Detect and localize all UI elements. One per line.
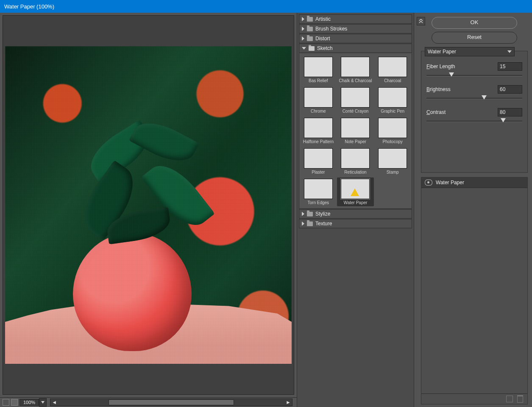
preview-footer: 100% ◄ ► (0, 397, 297, 407)
visibility-eye-icon[interactable] (425, 180, 432, 186)
collapse-gallery-button[interactable] (417, 17, 425, 25)
thumb-label: Bas Relief (309, 78, 328, 83)
delete-effect-layer-button[interactable] (517, 395, 523, 403)
thumb-image (378, 148, 407, 169)
thumb-image (304, 148, 333, 169)
category-brush-strokes[interactable]: Brush Strokes (299, 24, 412, 33)
thumb-label: Charcoal (384, 78, 401, 83)
thumb-image (304, 118, 333, 138)
chevron-right-icon (302, 36, 304, 41)
category-label: Stylize (315, 211, 330, 217)
category-label: Sketch (317, 45, 333, 51)
filter-thumb-note-paper[interactable]: Note Paper (338, 118, 373, 144)
filter-thumb-water-paper[interactable]: Water Paper (337, 177, 374, 206)
zoom-level[interactable]: 100% (19, 399, 39, 406)
filter-thumb-plaster[interactable]: Plaster (301, 148, 336, 174)
filter-thumb-chrome[interactable]: Chrome (301, 87, 336, 114)
zoom-dropdown[interactable] (39, 398, 47, 407)
chevron-right-icon (302, 212, 304, 216)
filter-gallery-window: Water Paper (100%) (0, 0, 532, 407)
controls-pane: OK Reset Water Paper Fiber Length (414, 13, 532, 407)
filter-thumb-torn-edges[interactable]: Torn Edges (301, 179, 336, 205)
chevron-right-icon (302, 17, 304, 21)
category-sketch[interactable]: Sketch (299, 44, 412, 53)
thumb-label: Plaster (312, 170, 325, 174)
contrast-input[interactable] (498, 108, 522, 116)
param-contrast: Contrast (426, 108, 522, 124)
category-stylize[interactable]: Stylize (299, 209, 412, 219)
effect-layers-box: Water Paper (421, 177, 528, 404)
folder-icon (307, 17, 313, 22)
thumb-label: Graphic Pen (381, 109, 404, 114)
category-label: Distort (315, 36, 330, 42)
new-effect-layer-button[interactable] (506, 396, 513, 402)
filter-thumb-reticulation[interactable]: Reticulation (338, 148, 373, 174)
contrast-slider[interactable] (426, 118, 522, 124)
thumb-image (304, 179, 333, 199)
category-label: Artistic (315, 16, 331, 22)
filter-thumb-photocopy[interactable]: Photocopy (375, 118, 410, 144)
filter-thumb-stamp[interactable]: Stamp (375, 148, 410, 174)
filter-thumb-chalk-charcoal[interactable]: Chalk & Charcoal (338, 57, 373, 83)
svg-marker-0 (41, 401, 45, 404)
param-fiber-length: Fiber Length (426, 62, 522, 78)
thumb-label: Halftone Pattern (303, 139, 334, 144)
filter-thumb-conte-crayon[interactable]: Conté Crayon (338, 87, 373, 114)
filter-thumb-charcoal[interactable]: Charcoal (375, 57, 410, 83)
svg-marker-1 (507, 50, 512, 53)
titlebar[interactable]: Water Paper (100%) (0, 0, 532, 13)
fiber-length-input[interactable] (498, 62, 522, 71)
thumb-label: Chrome (311, 109, 326, 114)
brightness-slider[interactable] (426, 95, 522, 101)
thumb-image (378, 57, 407, 77)
category-artistic[interactable]: Artistic (299, 14, 412, 24)
ok-button[interactable]: OK (432, 17, 517, 29)
folder-icon (307, 36, 313, 41)
param-brightness: Brightness (426, 85, 522, 101)
filter-thumb-halftone[interactable]: Halftone Pattern (301, 118, 336, 144)
category-label: Brush Strokes (315, 26, 347, 32)
scroll-left-icon[interactable]: ◄ (50, 399, 58, 405)
filter-settings-box: Water Paper Fiber Length Brightne (421, 51, 528, 173)
thumb-image (341, 57, 370, 77)
param-label: Brightness (426, 86, 451, 92)
thumb-image (341, 87, 370, 108)
horizontal-scrollbar[interactable]: ◄ ► (50, 399, 292, 406)
thumb-label: Photocopy (383, 139, 403, 144)
effect-layers-footer (421, 393, 527, 404)
reset-button[interactable]: Reset (432, 32, 517, 44)
folder-icon (307, 27, 313, 31)
thumb-label: Conté Crayon (343, 109, 369, 114)
thumb-image (341, 179, 370, 199)
zoom-in-button[interactable] (11, 399, 18, 406)
thumb-label: Reticulation (344, 170, 366, 174)
thumb-image (304, 87, 333, 108)
folder-icon (307, 212, 313, 216)
thumb-label: Stamp (387, 170, 399, 174)
top-buttons: OK Reset (421, 17, 528, 47)
effect-layer-row[interactable]: Water Paper (421, 177, 527, 188)
thumb-image (341, 148, 370, 169)
brightness-input[interactable] (498, 85, 522, 94)
scroll-right-icon[interactable]: ► (284, 399, 292, 405)
preview-image (5, 46, 292, 364)
param-label: Fiber Length (426, 64, 455, 69)
zoom-out-button[interactable] (3, 399, 9, 406)
chevron-down-icon (507, 50, 512, 53)
filter-gallery-pane: Artistic Brush Strokes Distort Sketch Ba… (297, 13, 414, 407)
folder-icon (307, 221, 313, 226)
category-texture[interactable]: Texture (299, 219, 412, 228)
fiber-length-slider[interactable] (426, 72, 522, 78)
thumb-image (378, 118, 407, 138)
filter-select-dropdown[interactable]: Water Paper (425, 47, 515, 56)
filter-thumb-graphic-pen[interactable]: Graphic Pen (375, 87, 410, 114)
category-distort[interactable]: Distort (299, 34, 412, 43)
thumb-label: Note Paper (345, 139, 366, 144)
effect-layer-name: Water Paper (436, 180, 464, 186)
filter-thumb-bas-relief[interactable]: Bas Relief (301, 57, 336, 83)
thumb-image (341, 118, 370, 138)
thumb-image (304, 57, 333, 77)
category-sketch-body: Bas ReliefChalk & CharcoalCharcoalChrome… (299, 53, 412, 209)
preview-viewport[interactable] (3, 15, 294, 395)
thumb-label: Water Paper (344, 200, 368, 205)
